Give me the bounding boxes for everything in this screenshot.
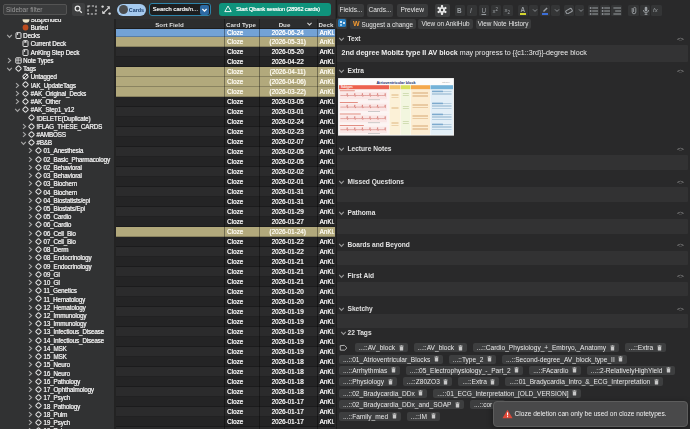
- svg-text:Atrioventricular block: Atrioventricular block: [376, 81, 416, 85]
- svg-text:Subtypes: Subtypes: [341, 85, 353, 89]
- svg-text:first aid p.: first aid p.: [442, 81, 450, 83]
